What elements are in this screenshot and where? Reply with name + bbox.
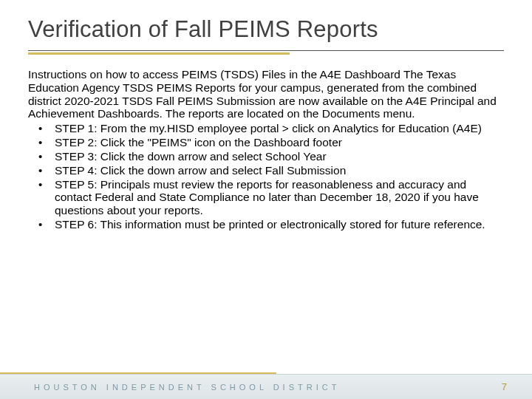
list-item: STEP 5: Principals must review the repor… — [37, 178, 504, 217]
body-text: Instructions on how to access PEIMS (TSD… — [0, 55, 532, 231]
title-rule — [28, 50, 504, 51]
intro-paragraph: Instructions on how to access PEIMS (TSD… — [28, 68, 504, 120]
title-block: Verification of Fall PEIMS Reports — [0, 0, 532, 55]
list-item: STEP 1: From the my.HISD employee portal… — [37, 122, 504, 135]
page-number: 7 — [502, 381, 507, 392]
list-item: STEP 6: This information must be printed… — [37, 218, 504, 231]
footer-branding: HOUSTON INDEPENDENT SCHOOL DISTRICT — [34, 383, 340, 392]
list-item: STEP 3: Click the down arrow and select … — [37, 150, 504, 163]
list-item: STEP 2: Click the "PEIMS" icon on the Da… — [37, 136, 504, 149]
slide-title: Verification of Fall PEIMS Reports — [28, 16, 504, 43]
slide: Verification of Fall PEIMS Reports Instr… — [0, 0, 532, 399]
steps-list: STEP 1: From the my.HISD employee portal… — [28, 122, 504, 231]
list-item: STEP 4: Click the down arrow and select … — [37, 164, 504, 177]
footer: HOUSTON INDEPENDENT SCHOOL DISTRICT 7 — [0, 374, 532, 399]
